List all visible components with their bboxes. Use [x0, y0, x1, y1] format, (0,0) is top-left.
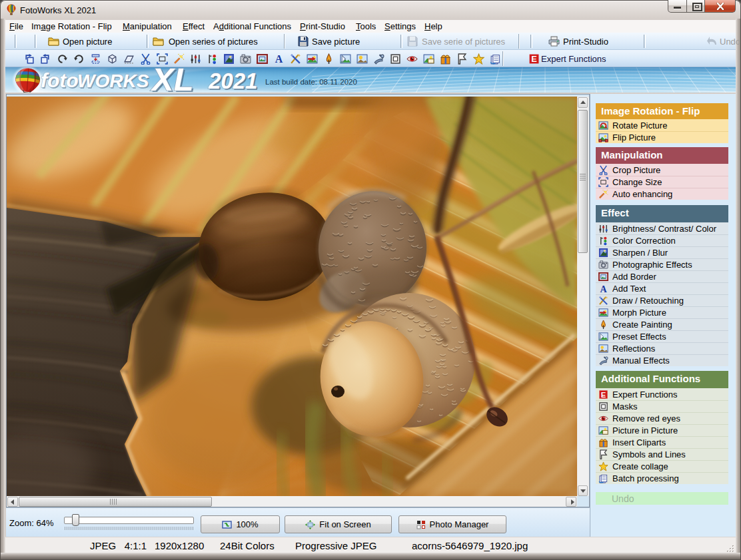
svg-text:foto: foto: [41, 69, 79, 91]
svg-text:2021: 2021: [208, 69, 257, 93]
svg-text:A: A: [600, 284, 607, 294]
svg-text:A: A: [275, 53, 283, 65]
svg-text:E: E: [531, 54, 537, 64]
svg-text:WORKS: WORKS: [77, 71, 149, 91]
svg-text:Last build date: 08.11.2020: Last build date: 08.11.2020: [265, 78, 357, 86]
svg-text:XL: XL: [150, 67, 194, 93]
svg-text:E: E: [601, 390, 606, 398]
